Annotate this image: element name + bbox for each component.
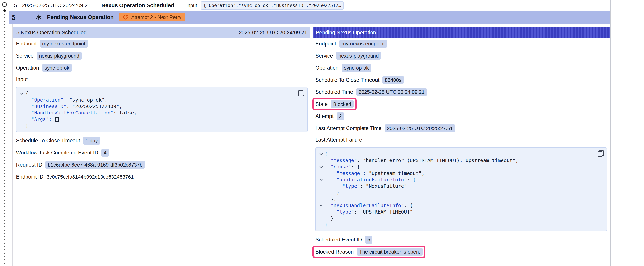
input-json-viewer: { "Operation": "sync-op-ok", "BusinessID… (16, 87, 308, 132)
code-line: "cause": { (317, 164, 594, 170)
field-value-badge: my-nexus-endpoint (40, 40, 88, 48)
attempt-retry-badge: Attempt 2 • Next Retry (119, 13, 185, 22)
code-line: "type": "UPSTREAM_TIMEOUT" (317, 209, 594, 215)
event-input-label: Input (186, 3, 197, 9)
field-service: Servicenexus-playground (16, 52, 82, 60)
event-timestamp: 2025-02-25 UTC 20:24:09.21 (22, 3, 90, 9)
code-text: "type": "NexusFailure" (325, 183, 407, 189)
code-text: "BusinessID": "20250225122409", (25, 103, 122, 110)
code-gutter (317, 183, 325, 189)
code-gutter (317, 189, 325, 196)
field-label: Service (16, 53, 34, 59)
field-label: State (315, 101, 328, 107)
code-line: } (317, 189, 594, 196)
event-fields-top: Endpointmy-nexus-endpointServicenexus-pl… (16, 40, 88, 72)
field-value-badge: Blocked (331, 100, 354, 108)
code-text: }, (325, 196, 336, 202)
field-state: StateBlocked (315, 100, 354, 108)
field-label: Service (315, 53, 333, 59)
event-history-content: 5 2025-02-25 UTC 20:24:09.21 Nexus Opera… (9, 1, 611, 265)
chevron-down-icon[interactable] (317, 151, 325, 157)
code-line: "Operation": "sync-op-ok", (18, 97, 295, 103)
code-line: "message": "handler error (UPSTREAM_TIME… (317, 157, 594, 164)
event-id-link[interactable]: 5 (14, 3, 17, 9)
field-label: Attempt (315, 113, 334, 119)
code-gutter (18, 110, 25, 116)
timeline-node-icon (2, 2, 7, 7)
failure-section-label: Last Attempt Failure (315, 137, 362, 143)
event-fields-bottom: Schedule To Close Timeout1 dayWorkflow T… (16, 137, 145, 181)
empty-array-icon (55, 117, 59, 122)
field-label: Operation (315, 65, 338, 71)
field-value-badge: 86400s (382, 76, 404, 84)
code-gutter (317, 215, 325, 221)
event-details-title: 5 Nexus Operation Scheduled (16, 30, 86, 36)
code-gutter (18, 122, 25, 129)
field-label: Blocked Reason (315, 249, 354, 255)
field-value-link[interactable]: 3c0c75ccfa8144b092c13ce632463761 (46, 174, 134, 180)
field-label: Endpoint (16, 41, 37, 47)
code-text: "applicationFailureInfo": { (325, 176, 416, 183)
field-value-badge: 2 (336, 112, 344, 120)
field-label: Schedule To Close Timeout (16, 138, 80, 144)
field-schedule-to-close-timeout: Schedule To Close Timeout1 day (16, 137, 100, 144)
field-schedule-to-close-timeout: Schedule To Close Timeout86400s (315, 76, 404, 84)
chevron-down-icon[interactable] (317, 164, 325, 170)
expanded-event-details: 5 Nexus Operation Scheduled 2025-02-25 U… (12, 24, 610, 266)
event-row-nexus-operation-scheduled[interactable]: 5 2025-02-25 UTC 20:24:09.21 Nexus Opera… (9, 1, 610, 11)
code-text: "type": "UPSTREAM_TIMEOUT" (325, 209, 413, 215)
copy-icon[interactable] (298, 90, 304, 96)
code-line: "message": "upstream timeout", (317, 170, 594, 176)
code-text: { (325, 151, 328, 157)
field-label: Operation (16, 65, 39, 71)
field-value-badge: sync-op-ok (42, 64, 72, 72)
field-operation: Operationsync-op-ok (315, 64, 371, 72)
field-request-id: Request IDb1c6a4bc-8ee7-468a-9169-df3b02… (16, 161, 145, 169)
input-json-lines: { "Operation": "sync-op-ok", "BusinessID… (18, 90, 295, 129)
pending-asterisk-icon (36, 14, 42, 20)
code-line: "HandlerWaitForCancellation": false, (18, 110, 295, 116)
code-text: } (325, 189, 339, 196)
field-value-badge: nexus-playground (336, 52, 381, 60)
code-text: "Args": (25, 116, 59, 122)
code-text: "message": "upstream timeout", (325, 170, 424, 176)
code-line: "nexusHandlerFailureInfo": { (317, 202, 594, 209)
pending-operation-body: Endpointmy-nexus-endpointServicenexus-pl… (313, 38, 610, 259)
chevron-down-icon[interactable] (317, 202, 325, 209)
code-gutter (18, 116, 25, 122)
event-input-preview-badge[interactable]: {"Operation":"sync-op-ok","BusinessID":"… (200, 1, 344, 10)
code-line: } (317, 221, 594, 228)
code-text: "Operation": "sync-op-ok", (25, 97, 108, 103)
code-line: "applicationFailureInfo": { (317, 176, 594, 183)
code-text: "nexusHandlerFailureInfo": { (325, 202, 413, 209)
field-label: Schedule To Close Timeout (315, 77, 379, 83)
failure-json-viewer: { "message": "handler error (UPSTREAM_TI… (315, 147, 607, 231)
field-value-badge: 2025-02-25 UTC 20:24:09.21 (356, 88, 427, 96)
timeline-dot-icon (3, 9, 6, 12)
field-value-badge: 5 (365, 236, 372, 243)
pending-event-id-link[interactable]: 5 (12, 14, 15, 20)
timeline-dotted-line (4, 14, 5, 265)
pending-operation-header: Pending Nexus Operation (313, 27, 610, 38)
code-gutter (317, 196, 325, 202)
chevron-down-icon[interactable] (317, 176, 325, 183)
event-details-panel: 5 Nexus Operation Scheduled 2025-02-25 U… (13, 27, 310, 185)
event-history-view: 5 2025-02-25 UTC 20:24:09.21 Nexus Opera… (0, 0, 644, 266)
field-service: Servicenexus-playground (315, 52, 381, 60)
chevron-down-icon[interactable] (18, 90, 25, 97)
field-label: Endpoint ID (16, 174, 44, 180)
copy-icon[interactable] (598, 150, 603, 157)
code-text: "cause": { (325, 164, 360, 170)
code-line: } (317, 215, 594, 221)
code-line: { (18, 90, 295, 97)
code-line: "type": "NexusFailure" (317, 183, 594, 189)
field-attempt: Attempt2 (315, 112, 344, 120)
code-gutter (317, 170, 325, 176)
code-line: { (317, 151, 594, 157)
pending-nexus-operation-row[interactable]: 5 Pending Nexus Operation (9, 11, 610, 24)
event-details-body: Endpointmy-nexus-endpointServicenexus-pl… (13, 38, 310, 185)
field-label: Last Attempt Complete Time (315, 125, 382, 131)
event-details-header: 5 Nexus Operation Scheduled 2025-02-25 U… (13, 27, 310, 38)
field-label: Endpoint (315, 41, 336, 47)
field-value-badge: The circuit breaker is open. (357, 248, 423, 256)
